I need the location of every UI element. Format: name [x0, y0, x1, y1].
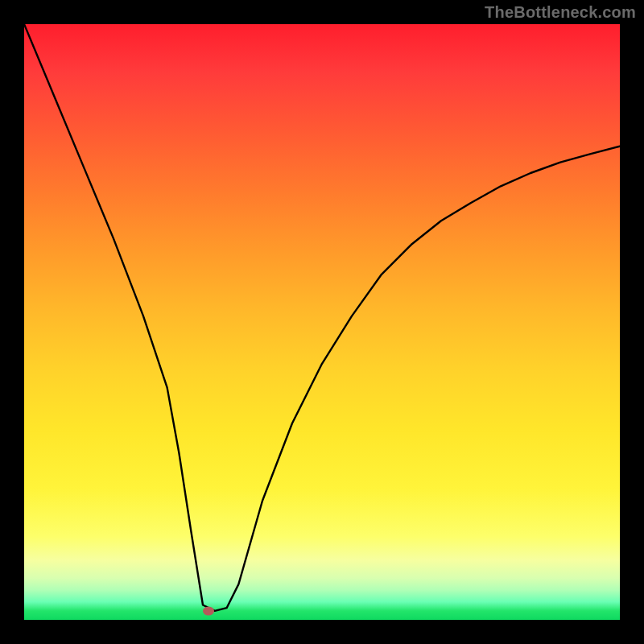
optimal-point-marker: [203, 606, 214, 615]
chart-frame: TheBottleneck.com: [0, 0, 644, 644]
attribution-text: TheBottleneck.com: [485, 3, 636, 22]
bottleneck-curve: [24, 24, 620, 620]
plot-area: [24, 24, 620, 620]
